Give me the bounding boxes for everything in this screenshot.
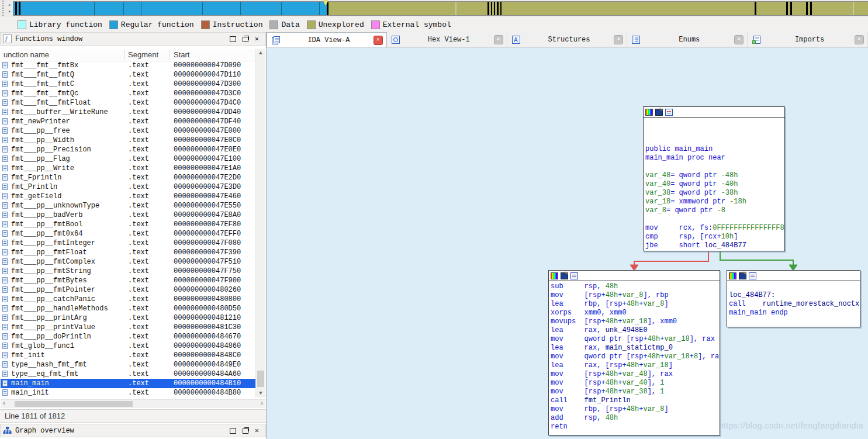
restore-button[interactable] xyxy=(243,37,248,42)
node-color-icon[interactable] xyxy=(551,272,558,279)
function-row[interactable]: fmt___pp__fmtString.text000000000047F750 xyxy=(1,267,256,276)
asm-line: movups [rsp+48h+var_18], xmm0 xyxy=(551,317,718,326)
function-row[interactable]: fmt___pp__printArg.text0000000000481210 xyxy=(1,313,256,323)
asm-line: mov rcx, fs:0FFFFFFFFFFFFFFF8h xyxy=(645,224,783,233)
graph-node[interactable]: sub rsp, 48hmov [rsp+48h+var_8], rbplea … xyxy=(548,270,720,435)
node-group-icon[interactable] xyxy=(749,272,756,279)
scroll-down-icon[interactable]: ▼ xyxy=(256,390,265,396)
functions-horizontal-scrollbar[interactable]: ‹ › xyxy=(1,399,265,408)
tab-close-icon[interactable]: ✕ xyxy=(374,36,383,45)
tab-imports[interactable]: Imports ✕ xyxy=(748,32,868,47)
overview-restore-button[interactable] xyxy=(243,428,248,434)
function-start-address: 0000000000480800 xyxy=(174,295,241,304)
function-row[interactable]: type__hash_fmt_fmt.text00000000004849E0 xyxy=(1,360,256,369)
navband-position-marker[interactable] xyxy=(323,1,328,6)
node-color-icon[interactable] xyxy=(645,109,653,116)
function-row[interactable]: fmt_Println.text000000000047E3D0 xyxy=(1,182,256,192)
function-row[interactable]: fmt___pp__free.text000000000047E000 xyxy=(1,126,256,136)
function-row[interactable]: fmt___pp__fmtPointer.text000000000048026… xyxy=(1,285,256,295)
function-row[interactable]: fmt___fmt__fmtC.text000000000047D300 xyxy=(1,79,256,89)
function-row[interactable]: fmt___pp__fmtFloat.text000000000047F390 xyxy=(1,248,256,257)
function-row[interactable]: fmt___pp__Precision.text000000000047E0E0 xyxy=(1,145,256,154)
function-row[interactable]: fmt___pp__fmtComplex.text000000000047F51… xyxy=(1,257,256,267)
column-function-name[interactable]: unction name xyxy=(4,50,49,59)
tab-close-icon[interactable]: ✕ xyxy=(855,35,864,44)
function-row[interactable]: fmt___pp__doPrintln.text0000000000484670 xyxy=(1,332,256,341)
function-row[interactable]: fmt___pp__badVerb.text000000000047E8A0 xyxy=(1,210,256,220)
graph-node[interactable]: loc_484B77:call runtime_morestack_noctxt… xyxy=(727,270,860,327)
function-row[interactable]: fmt___fmt__fmtQc.text000000000047D3C0 xyxy=(1,89,256,98)
function-row[interactable]: fmt___pp__catchPanic.text000000000048080… xyxy=(1,295,256,304)
overview-close-button[interactable]: ✕ xyxy=(255,428,259,434)
tab-close-icon[interactable]: ✕ xyxy=(494,35,503,44)
function-row[interactable]: fmt___fmt__fmtFloat.text000000000047D4C0 xyxy=(1,98,256,108)
tab-hex-view-1[interactable]: Hex View-1 ✕ xyxy=(387,32,507,47)
tab-ida-view-a[interactable]: IDA View-A ✕ xyxy=(267,32,387,47)
function-row[interactable]: fmt_getField.text000000000047E460 xyxy=(1,192,256,201)
tab-label[interactable]: Enums xyxy=(644,36,734,44)
scroll-up-icon[interactable]: ▲ xyxy=(256,50,265,56)
tab-label[interactable]: Hex View-1 xyxy=(404,36,494,44)
scroll-left-icon[interactable]: ‹ xyxy=(2,400,6,407)
tab-label[interactable]: Imports xyxy=(765,36,855,44)
function-row[interactable]: fmt_init.text00000000004848C0 xyxy=(1,351,256,360)
maximize-button[interactable] xyxy=(230,36,236,42)
function-row[interactable]: fmt___pp__printValue.text0000000000481C3… xyxy=(1,323,256,332)
navband-scroll-arrows[interactable]: ▴▾ xyxy=(6,1,12,15)
horizontal-scroll-thumb[interactable] xyxy=(15,401,133,407)
function-icon xyxy=(2,137,8,143)
imports-icon xyxy=(752,35,761,44)
graph-canvas[interactable]: https://blog.csdn.net/fengfangdiandia pu… xyxy=(267,48,868,439)
function-row[interactable]: main_main.text0000000000484B10 xyxy=(1,379,256,388)
tab-close-icon[interactable]: ✕ xyxy=(734,35,743,44)
function-row[interactable]: fmt_newPrinter.text000000000047DF40 xyxy=(1,117,256,126)
overview-maximize-button[interactable] xyxy=(230,428,236,434)
asm-line: main_main endp xyxy=(729,309,858,317)
asm-line: jbe short loc_484B77 xyxy=(645,241,783,250)
function-row[interactable]: fmt___pp__fmtBytes.text000000000047F900 xyxy=(1,276,256,285)
function-icon xyxy=(2,81,8,87)
node-edit-icon[interactable] xyxy=(655,109,663,116)
functions-window-titlebar[interactable]: f Functions window ✕ xyxy=(0,32,266,46)
tab-label[interactable]: IDA View-A xyxy=(284,36,374,44)
function-row[interactable]: fmt___pp__fmtBool.text000000000047EF80 xyxy=(1,220,256,229)
vertical-scroll-thumb[interactable] xyxy=(257,371,264,387)
nav-band[interactable] xyxy=(13,1,868,16)
function-row[interactable]: fmt___fmt__fmtQ.text000000000047D110 xyxy=(1,70,256,79)
function-row[interactable]: fmt___pp__handleMethods.text000000000048… xyxy=(1,304,256,313)
function-row[interactable]: type__eq_fmt_fmt.text0000000000484A60 xyxy=(1,369,256,379)
tab-enums[interactable]: Enums ✕ xyxy=(627,32,748,47)
close-button[interactable]: ✕ xyxy=(255,36,259,42)
function-row[interactable]: main_init.text0000000000484B80 xyxy=(1,388,256,397)
edge-not-taken xyxy=(634,251,708,265)
tab-label[interactable]: Structures xyxy=(524,36,614,44)
function-row[interactable]: fmt_glob__func1.text0000000000484860 xyxy=(1,341,256,351)
scroll-right-icon[interactable]: › xyxy=(260,400,264,407)
function-row[interactable]: fmt___pp__Write.text000000000047E1A0 xyxy=(1,164,256,173)
function-row[interactable]: fmt___pp__unknownType.text000000000047E5… xyxy=(1,201,256,210)
function-row[interactable]: fmt___buffer__WriteRune.text000000000047… xyxy=(1,108,256,117)
node-color-icon[interactable] xyxy=(729,272,736,279)
graph-node[interactable]: public main_mainmain_main proc near var_… xyxy=(643,106,785,251)
node-edit-icon[interactable] xyxy=(739,272,746,279)
function-row[interactable]: fmt___pp__fmtInteger.text000000000047F08… xyxy=(1,238,256,248)
function-icon xyxy=(2,90,8,96)
node-group-icon[interactable] xyxy=(570,272,578,279)
asm-line: main_main proc near xyxy=(645,154,783,163)
column-start[interactable]: Start xyxy=(174,50,189,59)
tab-close-icon[interactable]: ✕ xyxy=(614,35,623,44)
functions-vertical-scrollbar[interactable]: ▲ ▼ xyxy=(255,49,265,397)
node-edit-icon[interactable] xyxy=(561,272,568,279)
tab-structures[interactable]: A Structures ✕ xyxy=(507,32,628,47)
graph-overview-titlebar[interactable]: Graph overview ✕ xyxy=(0,424,266,437)
function-row[interactable]: fmt___fmt__fmtBx.text000000000047D090 xyxy=(1,61,256,70)
functions-table-header[interactable]: unction name Segment Start xyxy=(1,49,256,61)
node-group-icon[interactable] xyxy=(665,109,673,116)
function-row[interactable]: fmt_Fprintln.text000000000047E2D0 xyxy=(1,173,256,182)
function-icon xyxy=(2,99,8,106)
column-segment[interactable]: Segment xyxy=(128,50,158,59)
function-row[interactable]: fmt___pp__fmt0x64.text000000000047EFF0 xyxy=(1,229,256,238)
function-row[interactable]: fmt___pp__Flag.text000000000047E100 xyxy=(1,154,256,164)
function-row[interactable]: fmt___pp__Width.text000000000047E0C0 xyxy=(1,136,256,145)
asm-line: mov [rsp+48h+var_48], rax xyxy=(551,370,718,379)
